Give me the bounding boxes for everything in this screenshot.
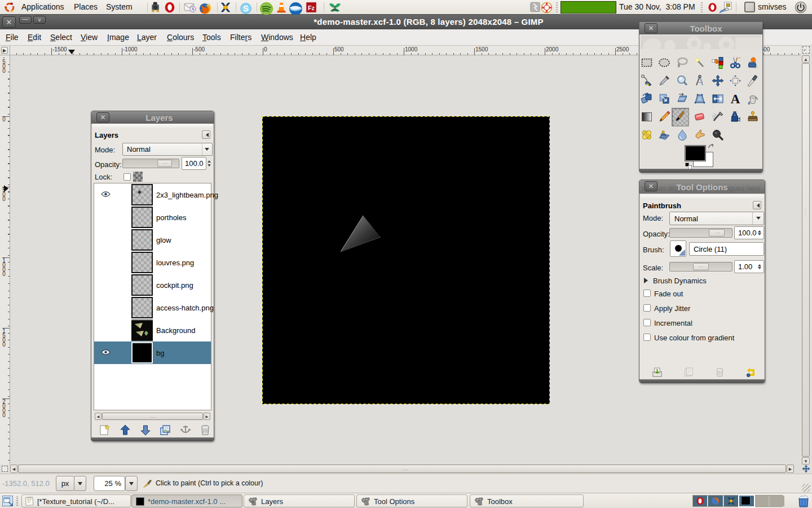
svg-text:S: S [243, 4, 248, 13]
svg-text:A: A [731, 93, 740, 105]
svg-text:Fz: Fz [308, 5, 315, 11]
